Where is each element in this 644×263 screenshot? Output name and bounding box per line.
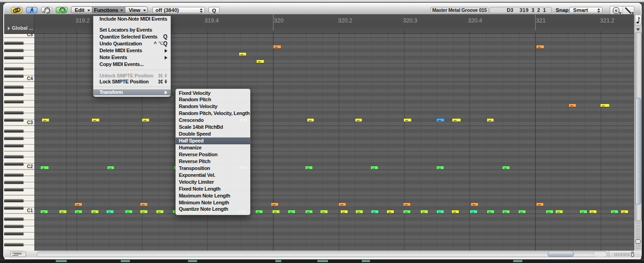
svg-text:C2: C2 (27, 164, 33, 169)
svg-text:IN: IN (42, 11, 45, 14)
svg-text:OUT: OUT (60, 11, 67, 14)
svg-text:C3: C3 (27, 120, 33, 125)
svg-text:C1: C1 (27, 208, 33, 213)
svg-text:C4: C4 (27, 76, 33, 81)
svg-text:C5: C5 (27, 34, 33, 37)
